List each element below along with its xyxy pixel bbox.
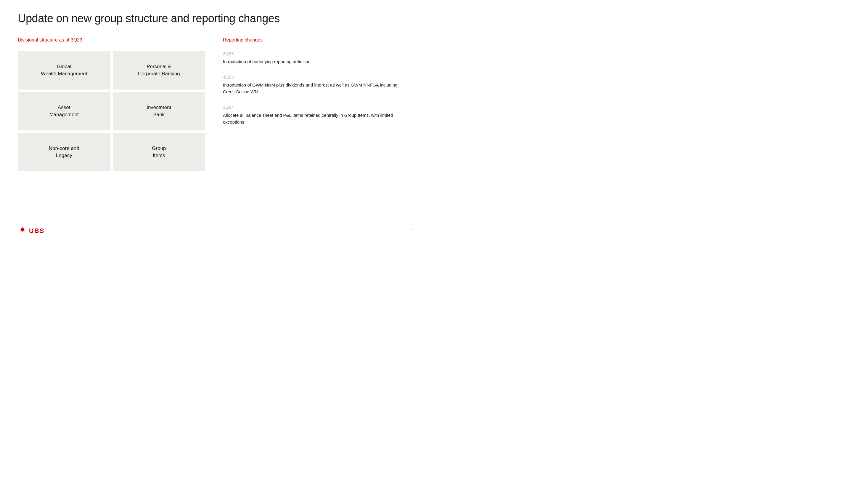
grid-cell-non-core-legacy-text: Non-core andLegacy [49, 145, 79, 159]
grid-cell-global-wealth: GlobalWealth Management [18, 51, 111, 89]
grid-cell-investment-bank: InvestmentBank [113, 92, 206, 131]
quarter-label-3q23: 3Q23 [223, 51, 416, 56]
reporting-changes-label: Reporting changes [223, 37, 416, 43]
quarter-label-4q23: 4Q23 [223, 75, 416, 80]
reporting-item-1q24: 1Q24 Allocate all balance sheet and P&L … [223, 105, 416, 125]
grid-cell-group-items-text: GroupItems [152, 145, 166, 159]
grid-cell-personal-corporate: Personal &Corporate Banking [113, 51, 206, 89]
grid-cell-group-items: GroupItems [113, 133, 206, 171]
footer: UBS 11 [18, 226, 416, 236]
reporting-text-4q23: Introduction of GWM NNM plus dividends a… [223, 82, 406, 95]
reporting-items-list: 3Q23 Introduction of underlying reportin… [223, 51, 416, 135]
content-area: Divisional structure as of 3Q23 GlobalWe… [18, 37, 416, 171]
reporting-item-3q23: 3Q23 Introduction of underlying reportin… [223, 51, 416, 65]
right-section: Reporting changes 3Q23 Introduction of u… [217, 37, 416, 171]
grid-cell-personal-corporate-text: Personal &Corporate Banking [138, 63, 180, 77]
quarter-label-1q24: 1Q24 [223, 105, 416, 110]
reporting-text-3q23: Introduction of underlying reporting def… [223, 58, 406, 65]
divisional-grid: GlobalWealth Management Personal &Corpor… [18, 51, 205, 171]
grid-cell-investment-bank-text: InvestmentBank [147, 104, 171, 118]
ubs-logo-icon [18, 226, 27, 236]
main-title: Update on new group structure and report… [18, 12, 416, 26]
reporting-item-4q23: 4Q23 Introduction of GWM NNM plus divide… [223, 75, 416, 95]
grid-cell-non-core-legacy: Non-core andLegacy [18, 133, 111, 171]
left-section: Divisional structure as of 3Q23 GlobalWe… [18, 37, 217, 171]
reporting-text-1q24: Allocate all balance sheet and P&L items… [223, 112, 406, 125]
page-number: 11 [411, 229, 416, 233]
grid-cell-asset-management-text: AssetManagement [50, 104, 79, 118]
grid-cell-global-wealth-text: GlobalWealth Management [41, 63, 87, 77]
slide: Update on new group structure and report… [0, 0, 434, 244]
ubs-brand-text: UBS [29, 227, 44, 235]
grid-cell-asset-management: AssetManagement [18, 92, 111, 131]
ubs-logo: UBS [18, 226, 44, 236]
divisional-structure-label: Divisional structure as of 3Q23 [18, 37, 205, 43]
